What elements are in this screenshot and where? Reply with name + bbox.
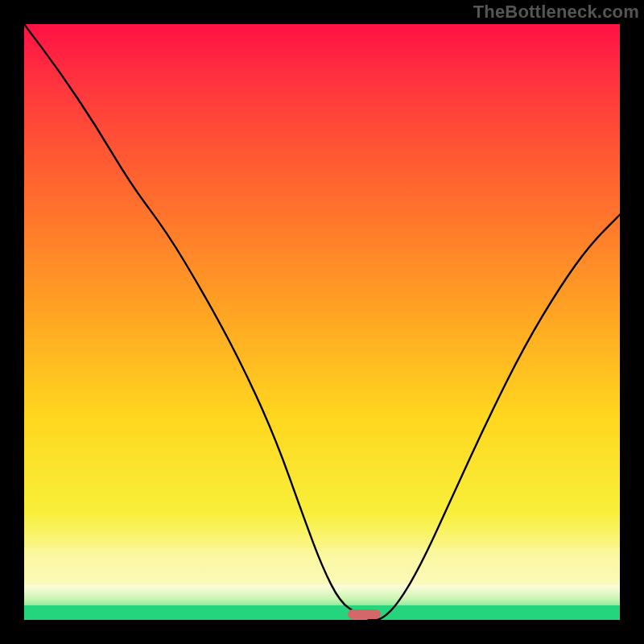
bottleneck-curve-svg — [24, 24, 620, 620]
bottleneck-curve — [24, 24, 620, 620]
chart-container: TheBottleneck.com — [0, 0, 644, 644]
optimum-marker — [348, 609, 381, 619]
plot-area — [24, 24, 620, 620]
watermark-text: TheBottleneck.com — [473, 2, 639, 23]
